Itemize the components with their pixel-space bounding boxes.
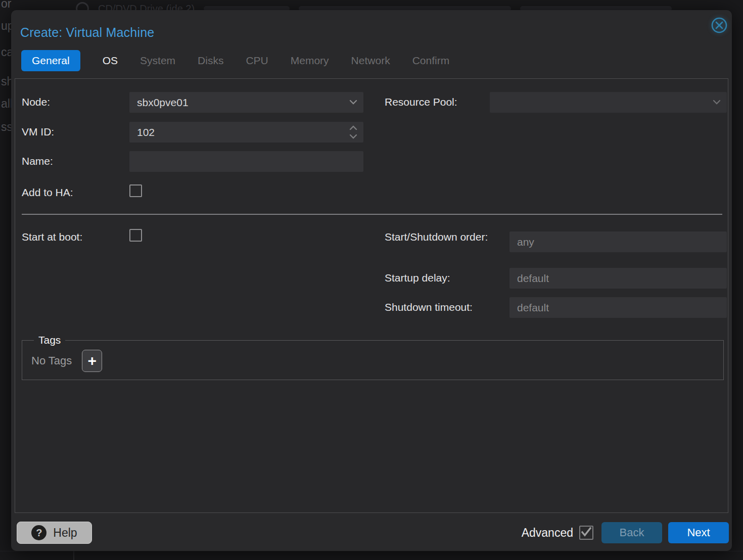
- start-at-boot-checkbox[interactable]: [129, 229, 142, 242]
- tab-confirm: Confirm: [412, 55, 450, 67]
- question-circle-icon: ?: [31, 525, 47, 540]
- name-field: [129, 151, 363, 172]
- spinner-down-icon[interactable]: [347, 132, 359, 141]
- vm-id-label: VM ID:: [22, 126, 54, 138]
- start-shutdown-order-label: Start/Shutdown order:: [385, 228, 488, 245]
- startup-delay-input[interactable]: [509, 268, 727, 289]
- tags-body: No Tags +: [31, 348, 714, 374]
- next-button[interactable]: Next: [668, 522, 729, 543]
- back-button[interactable]: Back: [601, 522, 662, 543]
- vm-id-input[interactable]: [129, 122, 363, 143]
- close-icon[interactable]: [711, 17, 728, 34]
- plus-icon: +: [88, 353, 97, 368]
- tab-network: Network: [351, 55, 390, 67]
- start-shutdown-order-field: [509, 231, 727, 252]
- add-to-ha-checkbox[interactable]: [129, 184, 142, 197]
- node-combo[interactable]: sbx0pve01: [129, 92, 363, 113]
- startup-delay-label: Startup delay:: [385, 272, 450, 284]
- background-text-fragment: or: [1, 0, 11, 11]
- general-form-panel: Node: sbx0pve01 Resource Pool: VM ID:: [15, 78, 728, 513]
- spinner-up-icon[interactable]: [347, 124, 359, 132]
- tags-legend: Tags: [34, 334, 65, 346]
- start-at-boot-label: Start at boot:: [22, 231, 82, 243]
- no-tags-text: No Tags: [31, 354, 72, 367]
- tab-general[interactable]: General: [21, 50, 80, 71]
- tab-memory: Memory: [291, 55, 329, 67]
- resource-pool-label: Resource Pool:: [385, 96, 457, 108]
- name-input[interactable]: [129, 151, 363, 172]
- node-value: sbx0pve01: [129, 97, 363, 109]
- add-to-ha-label: Add to HA:: [22, 186, 73, 199]
- vm-id-spinner: [346, 123, 360, 142]
- chevron-down-icon: [348, 98, 358, 109]
- create-vm-dialog: Create: Virtual Machine General OS Syste…: [11, 10, 732, 551]
- tags-fieldset: Tags No Tags +: [22, 334, 724, 380]
- tab-os[interactable]: OS: [103, 55, 118, 67]
- form-separator: [22, 214, 722, 215]
- tab-disks: Disks: [198, 55, 223, 67]
- chevron-down-icon: [712, 98, 722, 109]
- background-divider: [0, 551, 743, 551]
- screen: or up ca sh all ss CD/DVD Drive (ide 2) …: [0, 0, 743, 560]
- footer-actions: Advanced Back Next: [522, 522, 729, 544]
- advanced-label: Advanced: [522, 526, 573, 540]
- node-label: Node:: [22, 96, 50, 108]
- vm-id-field: [129, 122, 363, 143]
- advanced-checkbox[interactable]: [579, 526, 593, 540]
- shutdown-timeout-input[interactable]: [509, 297, 727, 318]
- wizard-tabbar: General OS System Disks CPU Memory Netwo…: [21, 49, 449, 72]
- startup-delay-field: [509, 268, 727, 289]
- name-label: Name:: [22, 155, 53, 167]
- tab-cpu: CPU: [246, 55, 268, 67]
- shutdown-timeout-field: [509, 297, 727, 318]
- shutdown-timeout-label: Shutdown timeout:: [385, 301, 473, 313]
- resource-pool-combo[interactable]: [490, 92, 727, 113]
- add-tag-button[interactable]: +: [82, 350, 102, 372]
- dialog-title: Create: Virtual Machine: [20, 25, 154, 40]
- start-shutdown-order-input[interactable]: [509, 231, 727, 252]
- help-button[interactable]: ? Help: [17, 522, 92, 544]
- tab-system: System: [140, 55, 175, 67]
- help-button-label: Help: [53, 526, 77, 540]
